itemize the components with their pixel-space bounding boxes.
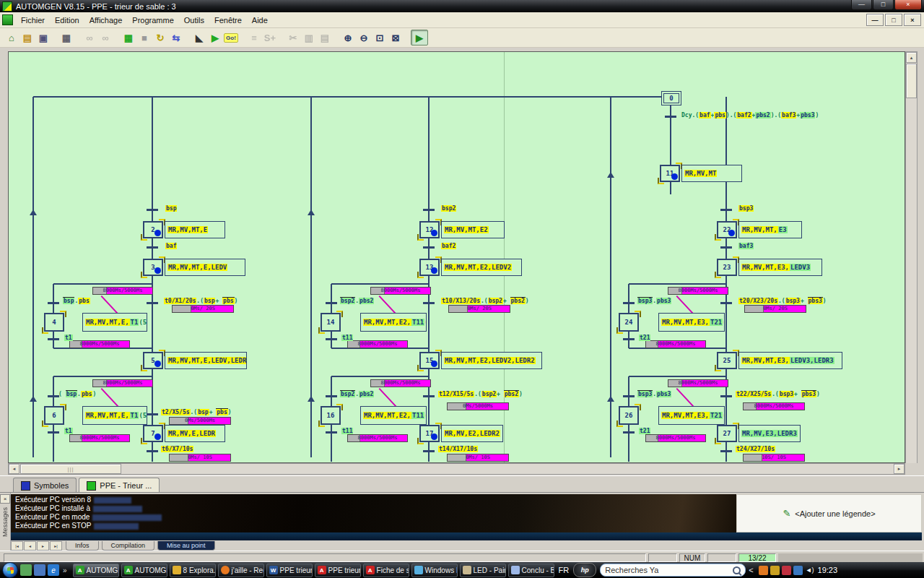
toolbar-save-button[interactable]: ▣ <box>35 30 51 45</box>
toolbar-zoom-selection-button[interactable]: ⊡ <box>372 30 388 45</box>
step-box-0[interactable]: 0 <box>661 91 681 105</box>
action-box-3[interactable]: MR,MV,MT,E,LEDV <box>165 259 245 276</box>
menu-fichier[interactable]: Fichier <box>16 14 50 27</box>
toolbar-zoom-fit-button[interactable]: ⊠ <box>388 30 404 45</box>
tab-symboles[interactable]: Symboles <box>13 478 77 493</box>
step-box-23[interactable]: 23 <box>717 259 737 276</box>
transition-tick[interactable] <box>423 395 435 397</box>
internet-explorer-icon[interactable]: e <box>48 564 59 576</box>
message-nav-button-2[interactable]: ▸ <box>37 541 49 551</box>
transition-tick[interactable] <box>48 338 59 340</box>
transition-tick[interactable] <box>326 431 337 434</box>
toolbar-print-button[interactable]: ▦ <box>58 30 74 45</box>
menu-outils[interactable]: Outils <box>179 14 209 27</box>
messenger-icon[interactable] <box>20 564 32 576</box>
step-box-3[interactable]: 3 <box>143 259 163 276</box>
step-box-7[interactable]: 7 <box>143 425 163 442</box>
toolbar-timer-button[interactable]: ↻ <box>152 30 168 45</box>
step-box-26[interactable]: 26 <box>619 406 639 425</box>
action-box-23[interactable]: MR,MV,MT,E3,LEDV3 <box>738 259 822 276</box>
step-box-16[interactable]: 16 <box>321 406 341 425</box>
message-nav-button-1[interactable]: ◂ <box>24 541 36 551</box>
taskbar-button-5[interactable]: APPE trieur ... <box>315 564 361 577</box>
speaker-icon[interactable]: ◄) <box>806 566 814 574</box>
toolbar-zoom-out-button[interactable]: ⊖ <box>356 30 372 45</box>
add-legend-button[interactable]: ✎ <Ajouter une légende> <box>736 494 922 532</box>
toolbar-ladder-mode-button[interactable]: ■ <box>136 30 152 45</box>
toolbar-run-pc-button[interactable]: ▶ <box>411 30 428 46</box>
transition-tick[interactable] <box>623 338 635 340</box>
show-desktop-icon[interactable] <box>34 564 45 576</box>
message-nav-button-0[interactable]: |◂ <box>11 541 23 551</box>
taskbar-button-3[interactable]: j'aille - Rec... <box>218 564 264 577</box>
tray-orange-icon[interactable] <box>759 566 768 575</box>
transition-tick[interactable] <box>147 209 158 211</box>
tray-gold-icon[interactable] <box>770 566 780 575</box>
menu-aide[interactable]: Aide <box>247 14 273 27</box>
vertical-scrollbar[interactable]: ▴ ▾ <box>905 51 918 475</box>
action-box-15[interactable]: MR,MV,MT,E2,LEDV2,LEDR2 <box>441 352 542 369</box>
transition-tick[interactable] <box>326 302 337 304</box>
search-icon[interactable] <box>733 566 741 574</box>
mdi-restore-button[interactable]: □ <box>885 14 902 26</box>
action-box-24[interactable]: MR,MV,MT,E3,T21(5s) <box>658 313 725 332</box>
action-box-5[interactable]: MR,MV,MT,E,LEDV,LEDR <box>165 352 247 369</box>
transition-tick[interactable] <box>623 395 635 397</box>
transition-tick[interactable] <box>720 209 732 211</box>
transition-tick[interactable] <box>720 246 732 249</box>
taskbar-button-8[interactable]: LED - Paint <box>460 564 506 577</box>
toolbar-open-button[interactable]: ▤ <box>19 30 35 45</box>
transition-tick[interactable] <box>326 395 337 397</box>
toolbar-new-button[interactable]: ⌂ <box>4 30 19 45</box>
transition-tick[interactable] <box>665 116 676 118</box>
search-input[interactable]: Recherches Ya <box>600 564 746 577</box>
tab-ppetrieur[interactable]: PPE - Trieur ... <box>79 478 160 493</box>
taskbar-button-0[interactable]: AAUTOMGE... <box>73 564 119 577</box>
transition-tick[interactable] <box>326 338 337 340</box>
toolbar-counter-button[interactable]: ⇆ <box>168 30 184 45</box>
action-box-26[interactable]: MR,MV,MT,E3,T21(5s) <box>658 406 725 425</box>
action-box-4[interactable]: MR,MV,MT,E,T1(5s) <box>82 313 147 332</box>
action-box-17[interactable]: MR,MV,E2,LEDR2 <box>441 425 503 442</box>
action-box-6[interactable]: MR,MV,MT,E,T1(5s) <box>82 406 147 425</box>
scroll-right-button[interactable]: ▸ <box>894 464 905 474</box>
taskbar-button-4[interactable]: WPPE trieur ... <box>266 564 313 577</box>
scroll-left-button[interactable]: ◂ <box>9 464 19 474</box>
tray-network-icon[interactable] <box>793 566 803 575</box>
action-box-27[interactable]: MR,MV,E3,LEDR3 <box>738 425 801 442</box>
vertical-scroll-thumb[interactable] <box>906 64 917 98</box>
transition-tick[interactable] <box>623 431 635 434</box>
message-nav-button-3[interactable]: ▸| <box>50 541 62 551</box>
action-box-14[interactable]: MR,MV,MT,E2,T11(5s) <box>360 313 427 332</box>
toolbar-grafcet-mode-button[interactable]: ▦ <box>121 30 136 45</box>
step-box-4[interactable]: 4 <box>44 313 64 332</box>
toolbar-paste-button[interactable]: ▤ <box>317 30 333 45</box>
collapse-tray-icon[interactable]: < <box>749 566 753 574</box>
restore-button[interactable]: □ <box>873 0 894 10</box>
transition-tick[interactable] <box>423 450 435 452</box>
transition-tick[interactable] <box>423 246 435 249</box>
grafcet-canvas[interactable]: 011MR,MV,MT2MR,MV,MT,E3MR,MV,MT,E,LEDV4M… <box>8 51 905 463</box>
close-icon[interactable]: × <box>0 494 10 504</box>
horizontal-scrollbar[interactable]: ◂ ||| ▸ <box>8 463 905 475</box>
menu-fentre[interactable]: Fenêtre <box>209 14 247 27</box>
toolbar-zoom-in-button[interactable]: ⊕ <box>340 30 356 45</box>
minimize-button[interactable]: — <box>851 0 872 10</box>
chevron-icon[interactable]: » <box>63 566 67 574</box>
transition-tick[interactable] <box>48 395 59 397</box>
action-box-25[interactable]: MR,MV,MT,E3,LEDV3,LEDR3 <box>738 352 842 369</box>
step-box-2[interactable]: 2 <box>143 221 163 238</box>
menu-programme[interactable]: Programme <box>127 14 178 27</box>
step-box-22[interactable]: 22 <box>717 221 737 238</box>
taskbar-button-2[interactable]: 8 Explora...▾ <box>170 564 216 577</box>
message-tab-miseaupoint[interactable]: Mise au point <box>157 541 215 551</box>
step-box-25[interactable]: 25 <box>717 352 737 369</box>
action-box-12[interactable]: MR,MV,MT,E2 <box>441 221 505 238</box>
toolbar-go-button[interactable]: Go! <box>223 30 239 45</box>
taskbar-button-7[interactable]: Windows L... <box>411 564 458 577</box>
menu-affichage[interactable]: Affichage <box>84 14 128 27</box>
toolbar-compile-run-button[interactable]: ▶ <box>207 30 223 45</box>
toolbar-watch-1-button[interactable]: ∞ <box>82 30 97 45</box>
step-box-11[interactable]: 11 <box>660 165 680 182</box>
mdi-minimize-button[interactable]: — <box>866 14 884 26</box>
